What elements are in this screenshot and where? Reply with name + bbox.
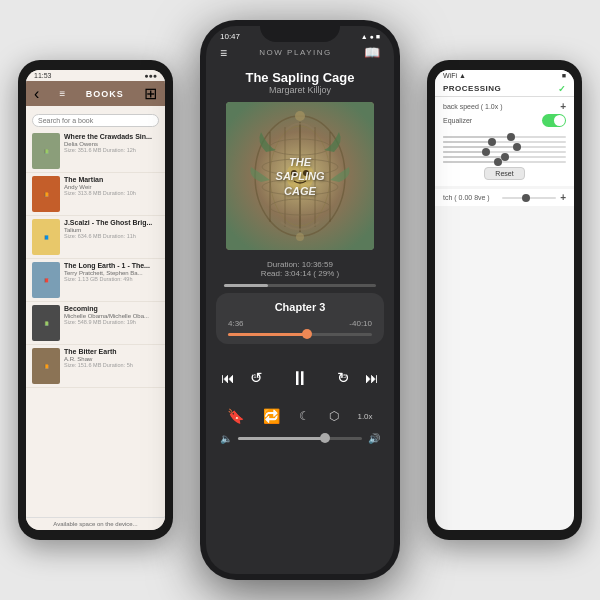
plus-icon-speed[interactable]: + [560, 101, 566, 112]
eq-slider-row [443, 146, 566, 148]
eq-slider-5[interactable] [443, 156, 566, 158]
read-text: Read: 3:04:14 ( 29% ) [206, 269, 394, 278]
hamburger-icon[interactable]: ≡ [220, 46, 227, 60]
book-meta: Size: 313.8 MB Duration: 10h [64, 190, 159, 196]
pitch-slider[interactable] [502, 197, 557, 199]
back-icon[interactable]: ‹ [34, 85, 39, 103]
book-title: The Bitter Earth [64, 348, 159, 356]
playback-controls: ⏮ ↺15 ⏸ ↻15 ⏭ [206, 348, 394, 404]
book-meta: Size: 548.9 MB Duration: 19h [64, 319, 159, 325]
speed-label: back speed ( 1.0x ) [443, 103, 560, 110]
sort-icon[interactable]: ⊞ [144, 84, 157, 103]
left-nav-bar: ‹ ≡ BOOKS ⊞ [26, 81, 165, 106]
center-nav: ≡ NOW PLAYING 📖 [206, 43, 394, 66]
speed-button[interactable]: 1.0x [357, 412, 372, 421]
books-title: BOOKS [86, 89, 124, 99]
book-info: The Martian Andy Weir Size: 313.8 MB Dur… [64, 176, 159, 196]
right-wifi: WiFi ▲ [443, 72, 466, 79]
center-book-author: Margaret Killjoy [216, 85, 384, 95]
book-nav-icon[interactable]: 📖 [364, 45, 380, 60]
book-title: Becoming [64, 305, 159, 313]
chapter-panel: Chapter 3 4:36 -40:10 [216, 293, 384, 344]
search-input[interactable] [32, 114, 159, 127]
list-item[interactable]: 📗 Where the Crawdads Sin... Delia Owens … [26, 130, 165, 173]
book-info: Becoming Michelle Obama/Michelle Oba... … [64, 305, 159, 325]
airplay-button[interactable]: ⬡ [329, 409, 339, 423]
chapter-progress-fill [228, 333, 307, 336]
book-cover: 📕 [32, 262, 60, 298]
eq-sliders: Reset [435, 133, 574, 186]
menu-icon[interactable]: ≡ [60, 88, 66, 99]
back15-button[interactable]: ↺15 [250, 369, 263, 387]
album-art: THE SAPLING CAGE [226, 102, 374, 250]
eq-slider-2[interactable] [443, 141, 566, 143]
total-progress-bg [224, 284, 376, 287]
plus-icon-pitch[interactable]: + [560, 192, 566, 203]
chapter-progress-bar[interactable] [228, 333, 372, 336]
eq-slider-3[interactable] [443, 146, 566, 148]
fwd15-button[interactable]: ↻15 [337, 369, 350, 387]
book-title: The Long Earth - 1 - The... [64, 262, 159, 270]
sleep-button[interactable]: ☾ [299, 409, 310, 423]
equalizer-toggle[interactable] [542, 114, 566, 127]
rewind-icon: ⏮ [221, 370, 235, 386]
total-progress[interactable] [206, 280, 394, 289]
notch [260, 20, 340, 42]
book-info: J.Scalzi - The Ghost Brig... Talium Size… [64, 219, 159, 239]
eq-slider-row [443, 156, 566, 158]
list-item[interactable]: 📘 J.Scalzi - The Ghost Brig... Talium Si… [26, 216, 165, 259]
book-info: Where the Crawdads Sin... Delia Owens Si… [64, 133, 159, 153]
list-item[interactable]: 📙 The Martian Andy Weir Size: 313.8 MB D… [26, 173, 165, 216]
equalizer-label: Equalizer [443, 117, 542, 124]
eq-slider-6[interactable] [443, 161, 566, 163]
speed-row: back speed ( 1.0x ) + [443, 101, 566, 112]
back15-icon: ↺15 [250, 369, 263, 387]
available-space-text: Available space on the device... [53, 521, 137, 527]
book-cover: 📙 [32, 176, 60, 212]
chapter-title: Chapter 3 [228, 301, 372, 313]
eq-slider-1[interactable] [443, 136, 566, 138]
rewind-button[interactable]: ⏮ [221, 370, 235, 386]
reset-button[interactable]: Reset [484, 167, 524, 180]
eq-slider-row [443, 161, 566, 163]
list-item[interactable]: 📗 Becoming Michelle Obama/Michelle Oba..… [26, 302, 165, 345]
search-bar [26, 106, 165, 130]
left-bottom-bar: Available space on the device... [26, 517, 165, 530]
svg-point-15 [295, 111, 305, 121]
pitch-label: tch ( 0.00 8ve ) [443, 194, 498, 201]
sleep-icon: ☾ [299, 409, 310, 423]
list-item[interactable]: 📙 The Bitter Earth A.R. Shaw Size: 151.6… [26, 345, 165, 388]
book-meta: Size: 1.13 GB Duration: 49h [64, 276, 159, 282]
bookmark-button[interactable]: 🔖 [227, 408, 244, 424]
pause-icon: ⏸ [290, 367, 310, 390]
total-progress-fill [224, 284, 268, 287]
left-screen: 11:53 ●●● ‹ ≡ BOOKS ⊞ 📗 Where the Crawda… [26, 70, 165, 530]
pause-button[interactable]: ⏸ [278, 356, 322, 400]
right-screen: WiFi ▲ ■ PROCESSING ✓ back speed ( 1.0x … [435, 70, 574, 530]
list-item[interactable]: 📕 The Long Earth - 1 - The... Terry Prat… [26, 259, 165, 302]
eq-section: back speed ( 1.0x ) + Equalizer [435, 97, 574, 133]
phone-right: WiFi ▲ ■ PROCESSING ✓ back speed ( 1.0x … [427, 60, 582, 540]
eq-slider-row [443, 136, 566, 138]
volume-slider[interactable] [238, 437, 362, 440]
bottom-controls: 🔖 🔁 ☾ ⬡ 1.0x [206, 404, 394, 430]
fwd15-icon: ↻15 [337, 369, 350, 387]
right-status-bar: WiFi ▲ ■ [435, 70, 574, 81]
book-cover: 📗 [32, 133, 60, 169]
right-section-title: PROCESSING ✓ [435, 81, 574, 97]
svg-point-16 [296, 233, 304, 241]
phone-center: 10:47 ▲ ● ■ ≡ NOW PLAYING 📖 The Sapling … [200, 20, 400, 580]
equalizer-row: Equalizer [443, 114, 566, 127]
duration-text: Duration: 10:36:59 [206, 260, 394, 269]
chapter-progress-thumb [302, 329, 312, 339]
chapter-times: 4:36 -40:10 [228, 319, 372, 328]
repeat-icon: 🔁 [263, 408, 280, 424]
repeat-button[interactable]: 🔁 [263, 408, 280, 424]
time-elapsed: 4:36 [228, 319, 244, 328]
forward-button[interactable]: ⏭ [365, 370, 379, 386]
volume-fill [238, 437, 325, 440]
forward-icon: ⏭ [365, 370, 379, 386]
book-title: Where the Crawdads Sin... [64, 133, 159, 141]
book-title: J.Scalzi - The Ghost Brig... [64, 219, 159, 227]
book-meta: Size: 151.6 MB Duration: 5h [64, 362, 159, 368]
